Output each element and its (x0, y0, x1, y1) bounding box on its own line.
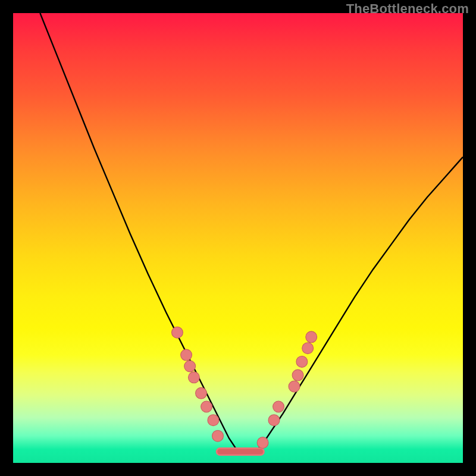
curve-marker (181, 349, 192, 361)
curve-marker (268, 415, 280, 426)
marker-group (171, 327, 317, 448)
bottleneck-curve (40, 13, 463, 452)
curve-svg (13, 13, 463, 463)
curve-marker (184, 361, 196, 372)
curve-marker (171, 327, 183, 338)
chart-frame: TheBottleneck.com (0, 0, 476, 476)
curve-marker (296, 356, 308, 367)
curve-marker (306, 331, 317, 343)
curve-marker (302, 343, 314, 354)
plot-area (13, 13, 463, 463)
curve-marker (196, 387, 207, 399)
curve-marker (212, 430, 224, 441)
curve-marker (201, 401, 212, 412)
curve-marker (292, 369, 303, 381)
curve-marker (188, 372, 199, 383)
watermark-text: TheBottleneck.com (346, 1, 469, 17)
curve-marker (273, 401, 284, 412)
curve-marker (289, 381, 300, 392)
curve-marker (208, 415, 219, 426)
curve-marker (257, 437, 268, 449)
